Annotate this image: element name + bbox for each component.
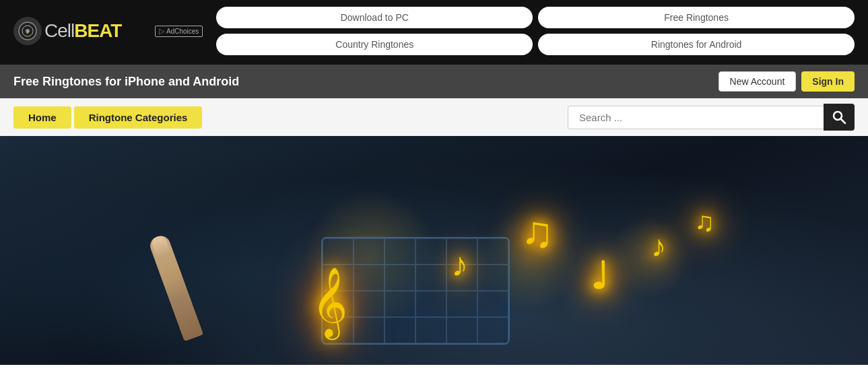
search-input[interactable]	[568, 106, 824, 129]
search-bar	[568, 104, 855, 131]
logo-text-beat: BEAT	[74, 20, 121, 42]
music-note-3: ♩	[591, 254, 608, 298]
music-note-5: ♫	[694, 207, 714, 237]
nav-buttons: Download to PC Free Ringtones Country Ri…	[216, 7, 855, 55]
finger	[148, 234, 204, 342]
hero-section: 𝄞 ♪ ♫ ♩ ♪ ♫	[0, 136, 868, 365]
logo-icon: ♪	[13, 17, 42, 45]
middle-bar: Free Ringtones for iPhone and Android Ne…	[0, 65, 868, 98]
nav-bar: Home Ringtone Categories	[0, 98, 868, 136]
logo[interactable]: ♪ CellBEAT	[13, 17, 135, 45]
country-ringtones-button[interactable]: Country Ringtones	[216, 34, 533, 55]
logo-text-cell: Cell	[44, 20, 74, 42]
search-button[interactable]	[824, 104, 855, 131]
phone-screen	[321, 237, 510, 345]
home-button[interactable]: Home	[13, 106, 71, 129]
search-icon	[832, 110, 846, 125]
sign-in-button[interactable]: Sign In	[801, 71, 855, 92]
nav-left: Home Ringtone Categories	[13, 106, 202, 129]
ringtones-android-button[interactable]: Ringtones for Android	[538, 34, 855, 55]
phone-grid	[323, 238, 508, 343]
account-buttons: New Account Sign In	[719, 71, 855, 92]
site-title: Free Ringtones for iPhone and Android	[13, 75, 239, 89]
music-note-1: ♪	[451, 245, 468, 284]
ad-icon: ▷	[159, 27, 164, 36]
music-note-4: ♪	[651, 229, 667, 264]
treble-clef-icon: 𝄞	[312, 267, 347, 338]
download-pc-button[interactable]: Download to PC	[216, 7, 533, 28]
svg-text:♪: ♪	[26, 28, 30, 35]
svg-line-5	[841, 119, 846, 124]
ad-choices-badge[interactable]: ▷ AdChoices	[155, 26, 203, 37]
top-bar: ♪ CellBEAT ▷ AdChoices Download to PC Fr…	[0, 0, 868, 65]
free-ringtones-button[interactable]: Free Ringtones	[538, 7, 855, 28]
ad-label: AdChoices	[166, 28, 199, 35]
music-note-2: ♫	[521, 207, 554, 257]
ringtone-categories-button[interactable]: Ringtone Categories	[74, 106, 203, 129]
new-account-button[interactable]: New Account	[719, 71, 797, 92]
ad-choices: ▷ AdChoices	[155, 26, 203, 37]
